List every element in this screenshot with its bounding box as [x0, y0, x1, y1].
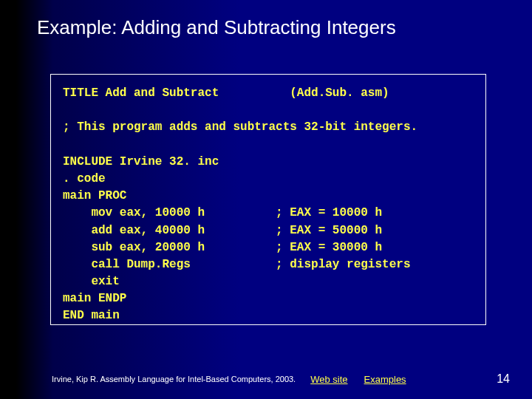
slide-title: Example: Adding and Subtracting Integers	[37, 16, 396, 39]
code-line: ; EAX = 10000 h	[276, 206, 382, 219]
code-line: call Dump.Regs	[63, 258, 191, 271]
examples-link[interactable]: Examples	[364, 374, 406, 385]
code-box: TITLE Add and Subtract (Add.Sub. asm) ; …	[50, 74, 486, 325]
website-link[interactable]: Web site	[310, 374, 347, 385]
page-number: 14	[497, 372, 510, 386]
code-line: ; display registers	[276, 258, 410, 271]
code-line: . code	[63, 172, 106, 185]
code-line: ; EAX = 30000 h	[276, 241, 382, 254]
code-line: END main	[63, 309, 120, 322]
code-line: mov eax, 10000 h	[63, 206, 205, 219]
code-line: main PROC	[63, 189, 126, 202]
code-line: (Add.Sub. asm)	[290, 86, 389, 100]
code-line: exit	[63, 275, 120, 288]
code-line: ; EAX = 50000 h	[276, 224, 382, 237]
code-line: main ENDP	[63, 292, 126, 305]
code-line: add eax, 40000 h	[63, 224, 205, 237]
footer: Irvine, Kip R. Assembly Language for Int…	[52, 372, 510, 386]
credit-text: Irvine, Kip R. Assembly Language for Int…	[52, 375, 296, 383]
code-line: TITLE Add and Subtract	[63, 86, 219, 100]
code-line: INCLUDE Irvine 32. inc	[63, 155, 219, 168]
code-line: ; This program adds and subtracts 32-bit…	[63, 120, 417, 134]
code-line: sub eax, 20000 h	[63, 241, 205, 254]
